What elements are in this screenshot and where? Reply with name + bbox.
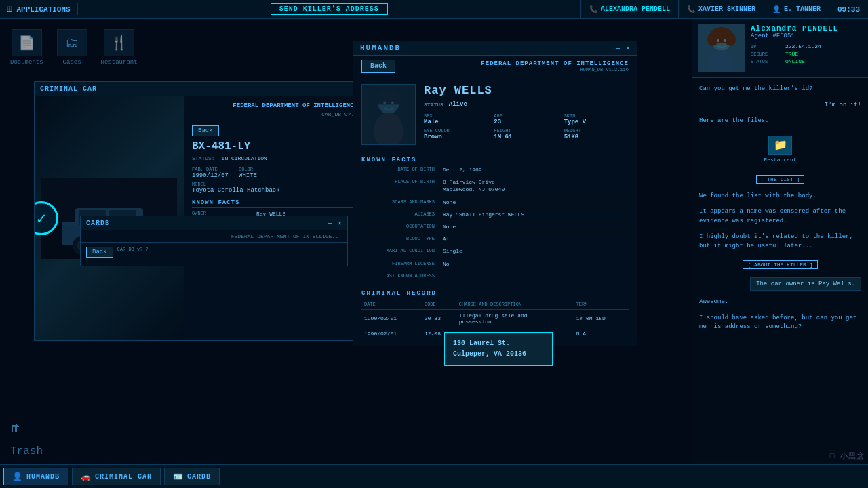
cardb-agency: FEDERAL DEPARTMENT OF INTELLIGE... [81,230,347,243]
fact-address-label: LAST KNOWN ADDRESS [361,272,443,279]
apps-label: APPLICATIONS [16,5,70,14]
known-facts-header: KNOWN FACTS [361,157,629,163]
fact-blood-value: A+ [443,235,450,243]
killer-tag: [ ABOUT THE KILLER ] [743,260,817,269]
right-panel: Alexandra PENDELL Agent #F5051 IP 222.54… [692,19,868,464]
cr-row1-code: 30-33 [422,309,456,327]
humandb-agency-sub: HUMAN_DB v1.2.116 [481,67,629,73]
agent-status-value: ONLINE [785,58,805,64]
model-label: MODEL [192,182,357,187]
cardb-titlebar: CARDB — ✕ [81,216,347,230]
restaurant-icon[interactable]: 🍴 Restaurant [101,29,138,66]
eye-color-label: EYE COLOR [424,128,488,134]
grid-icon: ⊞ [7,3,12,15]
documents-icon[interactable]: 📄 Documents [10,29,43,66]
humandb-minimize[interactable]: — [616,44,620,52]
contact-xavier[interactable]: 📞 XAVIER SKINNER [678,0,764,19]
apps-menu[interactable]: ⊞ APPLICATIONS [0,3,78,15]
skin-value: Type V [564,119,629,125]
height-value: 1M 61 [494,134,558,140]
minimize-button[interactable]: — [347,85,351,93]
eye-color-field: EYE COLOR Brown [424,128,488,140]
chat-file-restaurant: 📁 Restaurant [699,136,861,163]
skin-field: SKIN Type V [564,113,629,125]
chat-bubble-ray: The car owner is Ray Wells. [750,277,861,291]
fact-blood-label: BLOOD TYPE [361,235,443,243]
fab-date-field: FAB. DATE 1990/12/07 [192,167,229,179]
humandb-close[interactable]: ✕ [626,44,630,52]
svg-point-18 [383,102,386,104]
back-btn-car[interactable]: Back [192,125,219,136]
profile-name: Ray WELLS [424,84,629,97]
cardb-content: Back CAR_DB v?.? [81,243,347,266]
address-line1: 130 Laurel St. [453,340,510,347]
desktop-icons: 📄 Documents 🗂 Cases 🍴 Restaurant [10,29,180,66]
eye-color-value: Brown [424,134,488,140]
chat-msg-3: Here are the files. [699,117,861,126]
cardb-back-btn[interactable]: Back [86,247,113,258]
car-plate: BX-481-LY [192,140,357,152]
taskbar-cardb[interactable]: 🪪 CARDB [164,468,220,485]
cardb-window: CARDB — ✕ FEDERAL DEPARTMENT OF INTELLIG… [80,216,348,266]
criminal-record-header: CRIMINAL RECORD [361,287,629,297]
contact-tanner[interactable]: 👤 E. TANNER [764,0,829,19]
contact-alexandra[interactable]: 📞 ALEXANDRA PENDELL [580,0,678,19]
known-facts-section: KNOWN FACTS DATE OF BIRTH Dec. 2, 1969 P… [353,152,637,287]
cardb-taskbar-icon: 🪪 [173,472,184,482]
skin-label: SKIN [564,113,629,119]
cr-row-1: 1990/02/01 30-33 Illegal drug sale andpo… [361,309,629,327]
cardb-agency-text: FEDERAL DEPARTMENT OF INTELLIGE... [231,233,342,239]
cardb-taskbar-label: CARDB [187,473,211,481]
chat-msg-6: I highly doubt it's related to the kille… [699,232,861,251]
cr-col-term: TERM. [574,300,629,310]
profile-section: Ray WELLS STATUS Alive SEX Male AGE 23 [353,77,637,152]
chat-tag-list: [ THE LIST ] [699,172,861,185]
fact-occupation-value: None [443,223,456,230]
criminal-car-taskbar-label: CRIMINAL_CAR [95,473,152,481]
taskbar-humandb[interactable]: 👤 HUMANDB [3,468,68,485]
fact-pob: PLACE OF BIRTH 8 Fairview DriveMaplewood… [361,178,629,196]
profile-status-row: STATUS Alive [424,101,629,108]
fact-occupation: OCCUPATION None [361,223,629,233]
model-field: MODEL Toyota Corolla Hatchback [192,182,357,194]
cardb-close[interactable]: ✕ [338,219,342,227]
send-killer-button[interactable]: SEND KILLER'S ADDRESS [271,3,388,15]
taskbar-criminal-car[interactable]: 🚗 CRIMINAL_CAR [72,468,161,485]
humandb-title: HUMANDB [360,44,401,52]
trash-label: Trash [10,445,43,458]
agent-secure-row: SECURE TRUE [751,51,863,57]
fab-date-label: FAB. DATE [192,167,229,172]
humandb-header: Back FEDERAL DEPARTMENT OF INTELLIGENCE … [353,56,637,77]
fact-scars: SCARS AND MARKS None [361,199,629,209]
agent-name: Alexandra PENDELL [751,24,863,33]
fact-aliases-label: ALIASES [361,211,443,218]
profile-grid: SEX Male AGE 23 SKIN Type V EYE COLOR Br… [424,113,629,140]
fact-aliases: ALIASES Ray "Small Fingers" WELLS [361,211,629,221]
fdi-title: FEDERAL DEPARTMENT OF INTELLIGENCE [192,102,357,110]
chat-msg-5: It appears a name was censored after the… [699,207,861,226]
cases-label: Cases [63,59,81,66]
chat-msg-8: I should have asked before, but can you … [699,314,861,332]
agent-ip-row: IP 222.54.1.24 [751,43,863,49]
agent-secure-label: SECURE [751,52,781,57]
fact-dob-label: DATE OF BIRTH [361,166,443,174]
agent-info: Alexandra PENDELL Agent #F5051 IP 222.54… [751,24,863,72]
color-value: WHITE [239,172,257,179]
humandb-back-btn[interactable]: Back [361,60,395,73]
time-display: 09:33 [829,5,868,14]
fact-marital-label: MARITAL CONDITION [361,247,443,255]
sex-field: SEX Male [424,113,488,125]
cardb-minimize[interactable]: — [328,219,332,227]
humandb-content: Back FEDERAL DEPARTMENT OF INTELLIGENCE … [353,56,637,346]
humandb-titlebar: HUMANDB — ✕ [353,41,637,56]
trash-icon[interactable]: 🗑 Trash [10,422,43,458]
cr-col-code: CODE [422,300,456,310]
car-status-value: IN CIRCULATION [222,155,267,161]
fact-firearm-value: No [443,260,450,268]
profile-status-label: STATUS [424,102,443,108]
watermark: □ 小黑盒 [830,451,865,461]
cases-icon[interactable]: 🗂 Cases [57,29,87,66]
address-line2: Culpeper, VA 20136 [453,350,526,358]
chat-msg-1: Can you get me the killer's id? [699,85,861,94]
contact-xavier-name: XAVIER SKINNER [698,5,755,13]
